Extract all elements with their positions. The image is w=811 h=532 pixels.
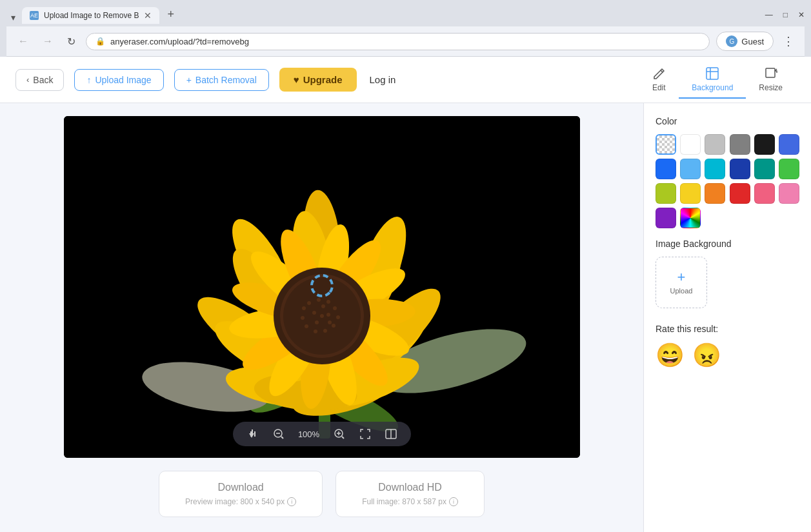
download-label: Download <box>218 482 264 493</box>
color-swatch-black[interactable] <box>754 134 775 155</box>
tab-edit-label: Edit <box>652 83 666 92</box>
svg-point-44 <box>336 315 340 319</box>
happy-emoji: 😄 <box>656 342 685 368</box>
download-hd-info: Full image: 870 x 587 px i <box>362 497 458 506</box>
svg-point-54 <box>321 304 325 308</box>
url-display: anyeraser.com/upload/?td=removebg <box>110 37 700 46</box>
svg-point-53 <box>326 313 330 317</box>
color-swatch-red[interactable] <box>730 183 750 204</box>
color-swatch-blue[interactable] <box>656 159 676 179</box>
upload-bg-label: Upload <box>670 287 693 295</box>
download-info: Preview image: 800 x 540 px i <box>185 497 296 506</box>
tab-edit[interactable]: Edit <box>639 61 679 99</box>
svg-rect-1 <box>766 68 775 77</box>
color-swatch-teal[interactable] <box>754 159 775 179</box>
svg-point-50 <box>302 306 306 310</box>
svg-point-47 <box>314 330 317 333</box>
tab-background[interactable]: Background <box>679 61 746 99</box>
rate-section: Rate this result: 😄 😠 <box>656 324 799 369</box>
rate-happy-btn[interactable]: 😄 <box>656 342 685 369</box>
guest-btn[interactable]: G Guest <box>716 32 774 51</box>
image-viewer[interactable]: 100% <box>64 116 580 458</box>
color-swatch-gradient[interactable] <box>680 208 701 228</box>
tab-resize[interactable]: Resize <box>746 61 796 99</box>
download-button[interactable]: Download Preview image: 800 x 540 px i <box>159 471 323 517</box>
color-swatch-transparent[interactable] <box>656 134 676 155</box>
browser-menu-btn[interactable]: ⋮ <box>780 32 797 51</box>
batch-removal-button[interactable]: + Batch Removal <box>174 69 269 91</box>
active-tab[interactable]: AE Upload Image to Remove B ✕ <box>22 7 159 24</box>
emoji-row: 😄 😠 <box>656 342 799 369</box>
tab-close-btn[interactable]: ✕ <box>144 11 152 20</box>
download-area: Download Preview image: 800 x 540 px i D… <box>159 471 485 517</box>
color-swatch-lime[interactable] <box>656 183 676 204</box>
app-header: ‹ Back ↑ Upload Image + Batch Removal ♥ … <box>0 57 811 103</box>
svg-rect-0 <box>706 68 718 79</box>
download-info-text: Preview image: 800 x 540 px <box>185 497 285 506</box>
login-button[interactable]: Log in <box>367 69 399 90</box>
svg-line-64 <box>342 437 344 438</box>
svg-point-57 <box>308 272 335 299</box>
address-bar[interactable]: 🔒 anyeraser.com/upload/?td=removebg <box>86 33 710 50</box>
svg-point-43 <box>333 306 337 310</box>
upload-label: Upload Image <box>95 75 151 85</box>
color-swatch-lightgray[interactable] <box>705 134 725 155</box>
tab-title: Upload Image to Remove B <box>44 11 139 20</box>
svg-point-49 <box>301 316 305 320</box>
back-button[interactable]: ‹ Back <box>15 69 64 91</box>
color-swatch-pink[interactable] <box>754 183 775 204</box>
download-hd-info-text: Full image: 870 x 587 px <box>362 497 446 506</box>
upload-background-button[interactable]: + Upload <box>656 257 707 308</box>
edit-icon <box>652 66 666 81</box>
new-tab-btn[interactable]: + <box>162 5 179 24</box>
resize-icon <box>764 66 778 81</box>
download-hd-label: Download HD <box>378 482 442 493</box>
upload-icon: ↑ <box>86 75 91 85</box>
svg-point-52 <box>312 311 316 315</box>
pan-tool-btn[interactable] <box>245 427 261 441</box>
zoom-out-btn[interactable] <box>270 427 287 441</box>
color-swatch-navy[interactable] <box>730 159 750 179</box>
forward-nav-btn[interactable]: → <box>39 33 57 50</box>
color-swatch-green[interactable] <box>779 159 799 179</box>
color-swatch-white[interactable] <box>680 134 701 155</box>
compare-btn[interactable] <box>383 427 399 441</box>
zoom-in-btn[interactable] <box>331 427 348 441</box>
angry-emoji: 😠 <box>692 342 721 368</box>
download-info-icon: i <box>287 497 296 506</box>
svg-point-45 <box>332 324 335 328</box>
background-icon <box>705 66 719 81</box>
image-background-section: Image Background + Upload <box>656 239 799 308</box>
lock-icon: 🔒 <box>95 37 105 46</box>
panel-tabs: Edit Background Resize <box>639 61 796 99</box>
color-swatch-lightblue[interactable] <box>680 159 701 179</box>
fullscreen-btn[interactable] <box>357 427 374 441</box>
color-grid <box>656 134 799 228</box>
main-content: 100% <box>0 103 811 532</box>
color-swatch-gray[interactable] <box>730 134 750 155</box>
back-nav-btn[interactable]: ← <box>14 33 32 50</box>
minimize-btn[interactable]: — <box>765 10 773 19</box>
color-swatch-orange[interactable] <box>705 183 725 204</box>
download-hd-info-icon: i <box>449 497 458 506</box>
color-swatch-yellow[interactable] <box>680 183 701 204</box>
refresh-btn[interactable]: ↻ <box>63 33 79 50</box>
color-swatch-hotpink[interactable] <box>779 183 799 204</box>
rate-angry-btn[interactable]: 😠 <box>692 342 721 369</box>
upload-image-button[interactable]: ↑ Upload Image <box>74 69 163 91</box>
svg-line-60 <box>281 437 283 438</box>
maximize-btn[interactable]: □ <box>783 10 788 19</box>
close-btn[interactable]: ✕ <box>798 10 805 19</box>
tab-background-label: Background <box>692 83 733 92</box>
color-swatch-cyan[interactable] <box>705 159 725 179</box>
color-swatch-purple[interactable] <box>656 208 676 228</box>
download-hd-button[interactable]: Download HD Full image: 870 x 587 px i <box>335 471 485 517</box>
upgrade-button[interactable]: ♥ Upgrade <box>279 68 357 92</box>
back-label: Back <box>33 75 53 85</box>
svg-point-51 <box>320 314 324 318</box>
heart-icon: ♥ <box>294 74 299 85</box>
tab-list-btn[interactable]: ▾ <box>6 11 19 24</box>
upgrade-label: Upgrade <box>303 74 343 85</box>
guest-label: Guest <box>741 37 764 46</box>
color-swatch-darkblue[interactable] <box>779 134 799 155</box>
